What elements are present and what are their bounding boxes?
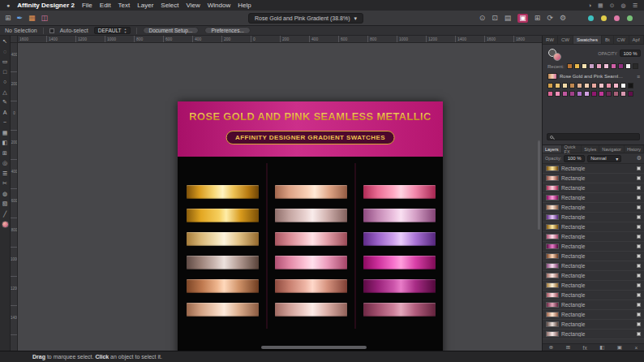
palette-color-chip[interactable]	[562, 83, 568, 88]
palette-menu-icon[interactable]: ≡	[637, 74, 640, 80]
gradient-swatch[interactable]	[275, 185, 347, 199]
hscroll-thumb[interactable]	[261, 346, 367, 349]
palette-color-chip[interactable]	[591, 83, 597, 88]
style-select[interactable]: DEFAULT ▴ ▾	[94, 27, 131, 34]
insert-icon[interactable]: ⊞	[535, 15, 541, 22]
snapping-icon[interactable]: ⊙	[479, 15, 486, 22]
palette-color-chip[interactable]	[569, 91, 575, 97]
color-picker-tool[interactable]: ◍	[2, 191, 7, 197]
grid-tool[interactable]: ⊞	[2, 150, 7, 157]
recent-color-chip[interactable]	[589, 63, 595, 69]
recent-color-chip[interactable]	[633, 63, 638, 69]
document-setup-button[interactable]: Document Setup...	[143, 27, 200, 34]
status-icon-3[interactable]: ⊙	[610, 2, 615, 9]
artboard-tool[interactable]: ▭	[2, 58, 8, 65]
pixel-persona-icon[interactable]: ▦	[28, 15, 36, 22]
move-tool[interactable]: ↖	[2, 38, 7, 45]
menu-window[interactable]: Window	[208, 2, 230, 9]
line-tool[interactable]: ╱	[3, 211, 6, 218]
window-layout-icon[interactable]: ⊞	[5, 15, 11, 22]
layer-visibility-checkbox[interactable]	[637, 312, 641, 317]
layer-visibility-checkbox[interactable]	[637, 244, 641, 248]
layer-visibility-checkbox[interactable]	[637, 225, 641, 229]
tab-layers[interactable]: Layers	[543, 145, 562, 153]
palette-color-chip[interactable]	[620, 91, 626, 97]
order-icon[interactable]: ▤	[504, 15, 512, 22]
gradient-swatch[interactable]	[363, 209, 436, 222]
layer-row[interactable]: Rectangle	[543, 330, 644, 339]
palette-color-chip[interactable]	[628, 83, 633, 88]
palette-color-chip[interactable]	[562, 91, 568, 97]
fill-color-well[interactable]	[553, 53, 561, 61]
menu-text[interactable]: Text	[118, 2, 131, 9]
preferences-button[interactable]: Preferences...	[204, 27, 250, 34]
gradient-swatch[interactable]	[187, 185, 259, 199]
tab-history[interactable]: History	[625, 145, 644, 153]
layer-row[interactable]: Rectangle	[543, 271, 644, 281]
layers-settings-icon[interactable]: ⚙	[637, 155, 642, 162]
designer-persona-icon[interactable]: ✒	[17, 15, 24, 22]
horizontal-scrollbar[interactable]	[18, 345, 537, 350]
text-tool[interactable]: A	[3, 110, 7, 116]
layer-visibility-checkbox[interactable]	[637, 205, 641, 209]
layer-row[interactable]: Rectangle	[543, 213, 644, 222]
toolbar-status-dot-2[interactable]	[614, 15, 620, 21]
layer-row[interactable]: Rectangle	[543, 174, 644, 183]
add-layer-icon[interactable]: ⊕	[549, 344, 553, 351]
tab-navigator[interactable]: Navigator	[599, 145, 625, 153]
slice-tool[interactable]: ✂	[2, 180, 7, 187]
panel-tab-cw2[interactable]: CW	[614, 36, 629, 44]
palette-color-chip[interactable]	[613, 91, 619, 97]
palette-color-chip[interactable]	[613, 83, 619, 88]
layer-row[interactable]: Rectangle	[543, 183, 644, 193]
layer-row[interactable]: Rectangle	[543, 203, 644, 213]
gradient-swatch[interactable]	[363, 303, 436, 317]
gradient-swatch[interactable]	[275, 303, 347, 317]
layer-row[interactable]: Rectangle	[543, 193, 644, 203]
layer-visibility-checkbox[interactable]	[637, 293, 641, 297]
blend-mode-select[interactable]: Normal ▾	[587, 155, 621, 162]
tab-quick-fx[interactable]: Quick FX	[562, 145, 582, 153]
ellipse-tool[interactable]: ○	[3, 79, 6, 85]
palette-color-chip[interactable]	[555, 91, 560, 97]
palette-color-chip[interactable]	[547, 83, 553, 88]
palette-color-chip[interactable]	[577, 91, 582, 97]
transform-icon[interactable]: ⊡	[492, 15, 498, 22]
layer-visibility-checkbox[interactable]	[637, 264, 641, 268]
node-tool[interactable]: ◌	[3, 49, 6, 55]
export-persona-icon[interactable]: ◫	[41, 15, 49, 22]
palette-color-chip[interactable]	[628, 91, 633, 97]
vscroll-thumb[interactable]	[538, 140, 540, 230]
canvas[interactable]: ROSE GOLD AND PINK SEAMLESS METALLIC AFF…	[18, 43, 542, 351]
apple-menu-icon[interactable]: ●	[6, 2, 10, 8]
status-icon-2[interactable]: ▦	[598, 2, 603, 9]
swatch-search-field[interactable]	[547, 133, 640, 140]
pen-tool[interactable]: ✎	[2, 99, 7, 106]
shape-tool[interactable]: △	[2, 89, 6, 96]
layer-row[interactable]: Rectangle	[543, 300, 644, 310]
adjustment-layer-icon[interactable]: ▣	[617, 344, 622, 351]
palette-color-chip[interactable]	[584, 83, 590, 88]
layer-row[interactable]: Rectangle	[543, 232, 644, 242]
layer-visibility-checkbox[interactable]	[637, 166, 641, 170]
toolbar-status-dot-1[interactable]	[601, 15, 607, 21]
status-icon-1[interactable]: ◑	[588, 2, 591, 9]
layer-visibility-checkbox[interactable]	[637, 196, 641, 200]
layer-row[interactable]: Rectangle	[543, 291, 644, 300]
pan-tool[interactable]: ☰	[2, 170, 7, 177]
curve-tool[interactable]: ~	[3, 119, 6, 126]
gradient-swatch[interactable]	[275, 209, 347, 222]
artwork-document[interactable]: ROSE GOLD AND PINK SEAMLESS METALLIC AFF…	[178, 101, 443, 362]
layer-row[interactable]: Rectangle	[543, 310, 644, 320]
toolbar-status-dot-0[interactable]	[588, 15, 594, 21]
recent-color-chip[interactable]	[611, 63, 616, 69]
recent-color-chip[interactable]	[574, 63, 580, 69]
zoom-tool[interactable]: ◎	[2, 160, 7, 166]
layer-visibility-checkbox[interactable]	[637, 283, 641, 287]
gradient-swatch[interactable]	[187, 209, 259, 222]
gradient-swatch[interactable]	[363, 232, 436, 246]
palette-color-chip[interactable]	[577, 83, 582, 88]
layer-visibility-checkbox[interactable]	[637, 254, 641, 258]
layer-row[interactable]: Rectangle	[543, 261, 644, 271]
menu-help[interactable]: Help	[238, 2, 251, 9]
